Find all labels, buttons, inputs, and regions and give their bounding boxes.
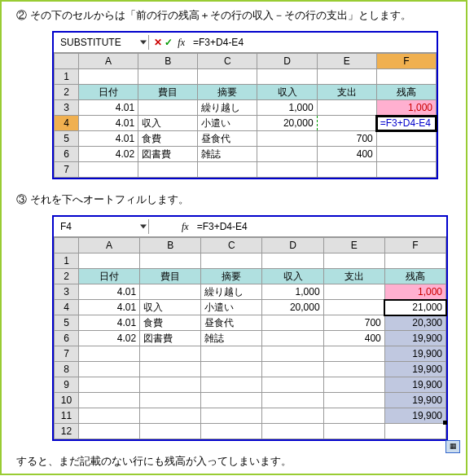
cell[interactable]: 4.01 — [79, 131, 138, 147]
cell[interactable]: 昼食代 — [201, 315, 262, 331]
col-header[interactable]: C — [198, 54, 257, 69]
cell[interactable]: 19,900 — [384, 362, 445, 377]
col-header[interactable]: E — [317, 54, 376, 69]
formula-text[interactable]: =F3+D4-E4 — [190, 35, 247, 50]
cell[interactable]: 20,000 — [257, 116, 317, 131]
cell[interactable]: 収入 — [262, 269, 323, 284]
cell[interactable]: 残高 — [384, 269, 445, 284]
col-header[interactable]: C — [201, 238, 262, 253]
cell[interactable]: 4.01 — [79, 300, 140, 315]
row-header[interactable]: 6 — [55, 331, 79, 346]
cell[interactable] — [323, 300, 384, 315]
col-header[interactable]: D — [257, 54, 317, 69]
cell[interactable]: 4.01 — [79, 116, 138, 131]
cell[interactable]: 繰り越し — [198, 100, 257, 116]
cell[interactable] — [257, 131, 317, 147]
col-header[interactable]: A — [79, 54, 138, 69]
cell[interactable]: 1,000 — [376, 100, 436, 116]
row-header[interactable]: 8 — [55, 362, 79, 377]
cell[interactable]: 摘要 — [198, 85, 257, 100]
cell[interactable]: 支出 — [317, 85, 376, 100]
cell[interactable]: 4.02 — [79, 147, 138, 162]
cell[interactable]: 1,000 — [262, 284, 323, 300]
row-header[interactable]: 9 — [55, 377, 79, 393]
active-cell[interactable]: =F3+D4-E4 — [376, 116, 436, 131]
cell[interactable]: 20,300 — [384, 315, 445, 331]
row-header[interactable]: 3 — [55, 100, 79, 116]
cell[interactable]: 19,900 — [384, 393, 445, 408]
cell[interactable]: 21,000 — [384, 300, 445, 315]
name-box[interactable]: SUBSTITUTE — [54, 35, 149, 50]
cell[interactable]: 1,000 — [384, 284, 445, 300]
cell[interactable] — [376, 131, 436, 147]
name-box[interactable]: F4 — [54, 219, 149, 234]
cell[interactable]: 摘要 — [201, 269, 262, 284]
row-header[interactable]: 4 — [55, 116, 79, 131]
cell[interactable]: 19,900 — [384, 331, 445, 346]
cell[interactable] — [317, 100, 376, 116]
row-header[interactable]: 5 — [55, 131, 79, 147]
cell[interactable]: 日付 — [79, 269, 140, 284]
cell[interactable] — [262, 331, 323, 346]
cell[interactable]: 収入 — [138, 116, 198, 131]
col-header[interactable]: B — [140, 238, 201, 253]
cell[interactable] — [262, 315, 323, 331]
cell[interactable] — [317, 116, 376, 131]
row-header[interactable]: 7 — [55, 346, 79, 362]
cell[interactable]: 700 — [317, 131, 376, 147]
cell[interactable]: 19,900 — [384, 408, 445, 424]
row-header[interactable]: 1 — [55, 69, 79, 85]
col-header[interactable]: E — [323, 238, 384, 253]
cell[interactable]: 食費 — [138, 131, 198, 147]
cell[interactable] — [376, 147, 436, 162]
fx-label[interactable]: fx — [178, 37, 190, 49]
col-header[interactable]: F — [384, 238, 445, 253]
cell[interactable]: 4.01 — [79, 315, 140, 331]
cell[interactable] — [323, 284, 384, 300]
cell[interactable]: 20,000 — [262, 300, 323, 315]
row-header[interactable]: 11 — [55, 408, 79, 424]
cell[interactable]: 雑誌 — [198, 147, 257, 162]
col-header[interactable]: D — [262, 238, 323, 253]
row-header[interactable]: 5 — [55, 315, 79, 331]
row-header[interactable]: 2 — [55, 85, 79, 100]
autofill-options-icon[interactable]: ▦ — [445, 440, 460, 453]
cell[interactable]: 400 — [323, 331, 384, 346]
cell[interactable] — [257, 147, 317, 162]
spreadsheet-grid-2[interactable]: A B C D E F 1 2 日付 費目 摘要 収入 支出 残高 3 4.01… — [54, 237, 446, 439]
row-header[interactable]: 3 — [55, 284, 79, 300]
fx-label[interactable]: fx — [182, 221, 194, 233]
chevron-down-icon[interactable] — [140, 41, 147, 45]
row-header[interactable]: 6 — [55, 147, 79, 162]
cancel-icon[interactable]: ✕ — [154, 37, 162, 48]
cell[interactable]: 食費 — [140, 315, 201, 331]
row-header[interactable]: 4 — [55, 300, 79, 315]
cell[interactable]: 小遣い — [198, 116, 257, 131]
cell[interactable]: 費目 — [138, 85, 198, 100]
row-header[interactable]: 7 — [55, 162, 79, 178]
formula-text[interactable]: =F3+D4-E4 — [194, 219, 251, 234]
cell[interactable]: 図書費 — [138, 147, 198, 162]
cell[interactable]: 昼食代 — [198, 131, 257, 147]
cell[interactable]: 支出 — [323, 269, 384, 284]
cell[interactable]: 19,900 — [384, 377, 445, 393]
cell[interactable]: 収入 — [257, 85, 317, 100]
cell[interactable]: 700 — [323, 315, 384, 331]
col-header[interactable]: F — [376, 54, 436, 69]
row-header[interactable]: 2 — [55, 269, 79, 284]
row-header[interactable]: 12 — [55, 424, 79, 439]
cell[interactable]: 残高 — [376, 85, 436, 100]
col-header[interactable]: A — [79, 238, 140, 253]
cell[interactable]: 1,000 — [257, 100, 317, 116]
cell[interactable]: 収入 — [140, 300, 201, 315]
cell[interactable]: 400 — [317, 147, 376, 162]
cell[interactable]: 4.01 — [79, 284, 140, 300]
chevron-down-icon[interactable] — [140, 225, 147, 229]
confirm-icon[interactable]: ✓ — [165, 37, 173, 48]
spreadsheet-grid-1[interactable]: A B C D E F 1 2 日付 費目 摘要 収入 支出 残高 3 4.01… — [54, 53, 437, 178]
cell[interactable]: 4.01 — [79, 100, 138, 116]
cell[interactable]: 19,900 — [384, 346, 445, 362]
cell[interactable]: 図書費 — [140, 331, 201, 346]
cell[interactable]: 日付 — [79, 85, 138, 100]
cell[interactable]: 小遣い — [201, 300, 262, 315]
